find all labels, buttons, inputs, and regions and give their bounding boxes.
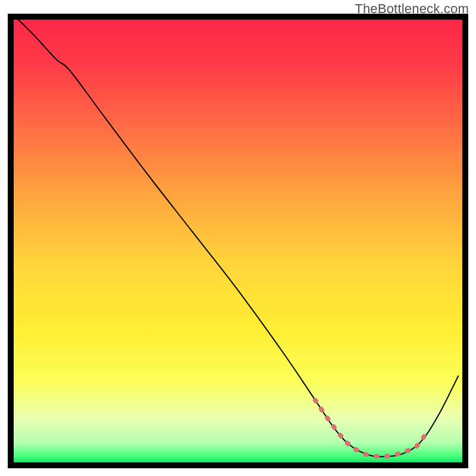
watermark-text: TheBottleneck.com (355, 1, 469, 17)
plot-background (14, 20, 462, 462)
chart-svg (0, 0, 476, 476)
chart-root: TheBottleneck.com (0, 0, 476, 476)
